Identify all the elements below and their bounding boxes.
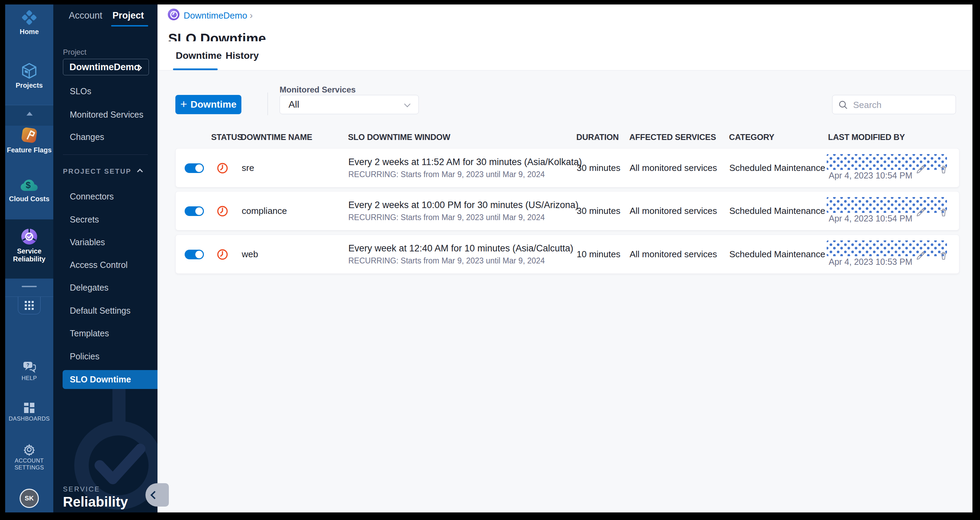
rail-label: ACCOUNT SETTINGS [9, 457, 50, 471]
edit-icon[interactable] [915, 251, 926, 261]
user-avatar[interactable]: SK [20, 489, 39, 508]
rail-item-help[interactable]: ? HELP [5, 361, 53, 382]
page-tabbar: Downtime History [158, 41, 972, 70]
cloud-costs-icon: $ [19, 177, 40, 194]
module-rail: Home Projects Feature Flags [5, 5, 53, 512]
tab-downtime[interactable]: Downtime [176, 50, 222, 61]
redacted-user [827, 197, 947, 213]
tab-account[interactable]: Account [69, 10, 102, 21]
project-setup-header[interactable]: PROJECT SETUP [63, 167, 131, 175]
status-toggle[interactable] [185, 163, 204, 173]
recurring-clock-icon [216, 248, 229, 261]
edit-icon[interactable] [915, 164, 926, 175]
sidebar-item-access-control[interactable]: Access Control [70, 260, 127, 270]
search-icon [838, 100, 848, 110]
module-kicker: SERVICE [63, 485, 100, 493]
svg-text:$: $ [26, 180, 31, 190]
sidebar-collapse-button[interactable] [145, 483, 169, 507]
sidebar-divider [63, 154, 148, 155]
sidebar-item-connectors[interactable]: Connectors [70, 192, 114, 202]
rail-item-service-reliability[interactable]: Service Reliability [5, 227, 53, 263]
category: Scheduled Maintenance [729, 149, 825, 187]
downtime-name: web [242, 235, 258, 274]
table-row[interactable]: sre Every 2 weeks at 11:52 AM for 30 min… [175, 148, 959, 188]
sidebar-item-monitored-services[interactable]: Monitored Services [70, 110, 143, 120]
grid-icon [24, 300, 34, 310]
rail-label: DASHBOARDS [5, 415, 53, 422]
dashboards-icon [23, 402, 35, 414]
tab-history[interactable]: History [226, 50, 259, 61]
toolbar-divider [267, 92, 268, 115]
chevron-up-icon [137, 169, 143, 175]
sidebar-item-changes[interactable]: Changes [70, 132, 104, 142]
last-modified-time: Apr 4, 2023 10:53 PM [829, 257, 912, 267]
last-modified-time: Apr 4, 2023 10:54 PM [829, 213, 912, 224]
tab-project[interactable]: Project [113, 10, 144, 21]
category: Scheduled Maintenance [729, 235, 825, 274]
col-modified: LAST MODIFIED BY [828, 132, 905, 142]
col-name: DOWNTIME NAME [241, 132, 312, 142]
rail-item-feature-flags[interactable]: Feature Flags [5, 126, 53, 154]
breadcrumb-separator: › [250, 10, 253, 21]
svg-text:?: ? [27, 362, 30, 367]
table-row[interactable]: compliance Every 2 weeks at 10:00 PM for… [175, 191, 959, 231]
delete-icon[interactable] [939, 251, 949, 261]
sidebar-item-slos[interactable]: SLOs [70, 86, 91, 96]
home-icon [20, 9, 38, 27]
col-status: STATUS [211, 132, 242, 142]
module-picker-button[interactable] [18, 297, 41, 314]
sidebar-item-templates[interactable]: Templates [70, 328, 109, 339]
rail-item-home[interactable]: Home [5, 9, 53, 36]
col-affected: AFFECTED SERVICES [629, 132, 716, 142]
downtime-name: compliance [242, 192, 287, 230]
rail-item-cloud-costs[interactable]: $ Cloud Costs [5, 177, 53, 203]
plus-icon: + [180, 97, 187, 111]
toggle-knob [195, 164, 203, 172]
rail-label: Projects [5, 81, 53, 89]
recurring-clock-icon [216, 162, 229, 174]
project-field-label: Project [63, 48, 86, 57]
project-sidebar: Account Project Project DowntimeDemo SLO… [53, 5, 158, 512]
help-icon: ? [22, 361, 37, 373]
category: Scheduled Maintenance [729, 192, 825, 230]
status-toggle[interactable] [185, 206, 204, 216]
project-selector[interactable]: DowntimeDemo [63, 59, 149, 75]
delete-icon[interactable] [939, 207, 949, 218]
affected-services: All monitored services [630, 192, 717, 230]
feature-flags-icon [20, 126, 39, 145]
sidebar-item-variables[interactable]: Variables [70, 237, 105, 247]
table-row[interactable]: web Every week at 12:40 AM for 10 minute… [175, 235, 959, 274]
sidebar-item-default-settings[interactable]: Default Settings [70, 306, 130, 316]
col-category: CATEGORY [729, 132, 774, 142]
affected-services: All monitored services [630, 235, 717, 274]
affected-services: All monitored services [630, 149, 717, 187]
delete-icon[interactable] [939, 164, 949, 175]
chevron-left-icon [150, 491, 159, 499]
monitored-services-label: Monitored Services [280, 85, 356, 95]
rail-item-account-settings[interactable]: ACCOUNT SETTINGS [5, 443, 53, 471]
breadcrumb-project-link[interactable]: DowntimeDemo [184, 10, 247, 21]
redacted-user [827, 240, 947, 256]
col-window: SLO DOWNTIME WINDOW [348, 132, 450, 142]
sidebar-item-delegates[interactable]: Delegates [70, 283, 109, 293]
sidebar-item-slo-downtime-active[interactable]: SLO Downtime [63, 370, 158, 389]
status-toggle[interactable] [185, 250, 204, 259]
sidebar-item-secrets[interactable]: Secrets [70, 215, 99, 224]
duration: 30 minutes [577, 149, 620, 187]
new-downtime-button[interactable]: + Downtime [175, 95, 242, 114]
rail-label: Cloud Costs [5, 195, 53, 203]
search-input[interactable] [853, 95, 953, 114]
sidebar-item-policies[interactable]: Policies [70, 351, 99, 361]
project-avatar-icon [168, 9, 180, 20]
last-modified-time: Apr 4, 2023 10:54 PM [829, 170, 912, 181]
rail-item-dashboards[interactable]: DASHBOARDS [5, 402, 53, 422]
duration: 10 minutes [577, 235, 620, 274]
redacted-user [827, 154, 947, 170]
edit-icon[interactable] [915, 207, 926, 218]
app-window: Home Projects Feature Flags [5, 5, 972, 512]
active-tab-underline [173, 68, 218, 70]
monitored-services-select[interactable]: All [280, 95, 419, 114]
projects-icon [20, 62, 38, 80]
rail-item-projects[interactable]: Projects [5, 62, 53, 89]
toggle-knob [195, 251, 203, 258]
